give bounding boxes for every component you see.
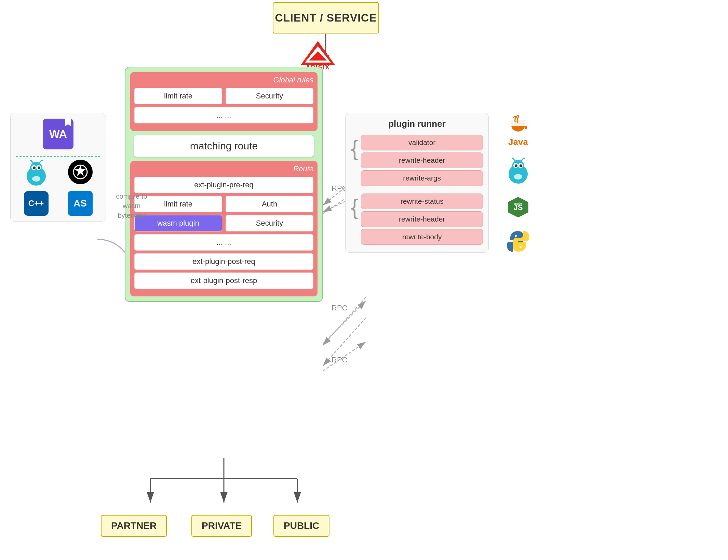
svg-text:RPC: RPC bbox=[332, 304, 348, 312]
plugin-runner-title: plugin runner bbox=[351, 119, 483, 129]
svg-point-31 bbox=[32, 176, 40, 182]
compile-label: compile towasmbytecode bbox=[109, 191, 154, 220]
rust-icon-wrapper bbox=[60, 160, 100, 187]
svg-point-45 bbox=[520, 164, 522, 167]
svg-line-13 bbox=[323, 342, 366, 371]
go-icon-wrapper bbox=[16, 160, 56, 187]
right-logos: Java JS bbox=[506, 113, 530, 253]
svg-point-57 bbox=[520, 246, 522, 248]
route-plugin-row-2: limit rate Auth bbox=[134, 196, 313, 212]
wa-box: WA bbox=[43, 119, 73, 149]
python-logo bbox=[506, 229, 530, 253]
dashed-separator bbox=[16, 156, 100, 157]
plugin-rewrite-status: rewrite-status bbox=[361, 194, 483, 209]
go-logo-right bbox=[506, 158, 530, 185]
svg-line-17 bbox=[323, 297, 366, 345]
r-dots-box: ... ... bbox=[134, 234, 313, 251]
plugin-rewrite-args: rewrite-args bbox=[361, 170, 483, 186]
nodejs-logo: JS node bbox=[506, 195, 530, 219]
go-gopher-icon bbox=[24, 160, 49, 187]
group-1-plugins: validator rewrite-header rewrite-args bbox=[361, 135, 483, 188]
matching-route-box: matching route bbox=[134, 135, 314, 157]
route-plugin-row-6: ext-plugin-post-resp bbox=[134, 272, 313, 289]
bracket-left-2: { bbox=[351, 196, 358, 218]
global-rules-box: Global rules limit rate Security ... ... bbox=[130, 72, 318, 131]
plugin-rewrite-header-2: rewrite-header bbox=[361, 211, 483, 227]
group-2-plugins: rewrite-status rewrite-header rewrite-bo… bbox=[361, 194, 483, 247]
plugin-runner-group-1: { validator rewrite-header rewrite-args bbox=[351, 135, 483, 188]
partner-box: PARTNER bbox=[101, 515, 167, 537]
public-box: PUBLIC bbox=[273, 515, 329, 537]
diagram-container: RPC RPC RPC CLIENT / SERVICE APIS bbox=[0, 0, 728, 560]
gr-dots-box: ... ... bbox=[134, 107, 313, 123]
java-icon bbox=[508, 113, 528, 137]
left-panel: WA bbox=[10, 113, 106, 222]
plugin-rewrite-header-1: rewrite-header bbox=[361, 152, 483, 168]
global-rules-label: Global rules bbox=[134, 76, 313, 84]
go-gopher-right-icon bbox=[506, 158, 530, 185]
route-plugin-row-5: ext-plugin-post-req bbox=[134, 253, 313, 270]
plugin-runner-container: plugin runner { validator rewrite-header… bbox=[345, 113, 489, 253]
cpp-icon-wrapper: C++ bbox=[16, 191, 56, 216]
ext-post-resp-box: ext-plugin-post-resp bbox=[134, 272, 313, 289]
as-icon: AS bbox=[68, 191, 93, 216]
wa-notch bbox=[65, 119, 71, 126]
svg-point-28 bbox=[38, 166, 40, 169]
bracket-left-1: { bbox=[351, 137, 358, 159]
apisix-logo-svg: APISIX bbox=[291, 39, 345, 70]
icon-grid: C++ AS bbox=[16, 160, 100, 216]
client-service-box: CLIENT / SERVICE bbox=[273, 2, 379, 34]
route-label: Route bbox=[134, 164, 313, 173]
svg-point-27 bbox=[33, 166, 36, 169]
route-plugin-row-3: wasm plugin Security bbox=[134, 215, 313, 231]
r-auth-box: Auth bbox=[226, 196, 313, 212]
python-icon bbox=[506, 229, 530, 253]
svg-line-18 bbox=[323, 318, 366, 366]
plugin-rewrite-body: rewrite-body bbox=[361, 229, 483, 245]
route-plugin-row-1: ext-plugin-pre-req bbox=[134, 177, 313, 193]
wa-box-wrapper: WA bbox=[16, 119, 100, 153]
as-icon-wrapper: AS bbox=[60, 191, 100, 216]
apisix-main-container: Global rules limit rate Security ... ...… bbox=[125, 67, 323, 302]
ext-pre-req-box: ext-plugin-pre-req bbox=[134, 177, 313, 193]
svg-rect-39 bbox=[525, 126, 527, 129]
svg-text:node: node bbox=[514, 201, 522, 205]
gr-security-box: Security bbox=[226, 88, 313, 104]
route-plugin-row-4: ... ... bbox=[134, 234, 313, 251]
route-box: Route ext-plugin-pre-req limit rate Auth bbox=[130, 161, 318, 296]
arrows-svg: RPC RPC RPC bbox=[0, 0, 728, 560]
private-box: PRIVATE bbox=[191, 515, 252, 537]
svg-point-48 bbox=[514, 174, 522, 179]
svg-text:RPC: RPC bbox=[332, 356, 348, 364]
cpp-icon: C++ bbox=[24, 191, 49, 216]
rust-icon bbox=[68, 160, 93, 184]
wa-label: WA bbox=[49, 128, 67, 141]
java-text: Java bbox=[508, 137, 528, 147]
group-spacer bbox=[351, 188, 483, 194]
r-security-box: Security bbox=[226, 215, 313, 231]
ext-post-req-box: ext-plugin-post-req bbox=[134, 253, 313, 270]
gr-limit-rate-box: limit rate bbox=[134, 88, 222, 104]
nodejs-icon: JS node bbox=[506, 195, 530, 219]
java-logo: Java bbox=[506, 113, 530, 147]
global-rules-plugin-row-2: ... ... bbox=[134, 107, 313, 123]
plugin-validator: validator bbox=[361, 135, 483, 150]
plugin-runner-group-2: { rewrite-status rewrite-header rewrite-… bbox=[351, 194, 483, 247]
svg-point-44 bbox=[515, 164, 517, 167]
compile-label-text: compile towasmbytecode bbox=[116, 192, 147, 219]
svg-line-11 bbox=[323, 301, 366, 344]
svg-point-56 bbox=[515, 235, 517, 237]
client-service-label: CLIENT / SERVICE bbox=[275, 12, 377, 24]
global-rules-plugin-row-1: limit rate Security bbox=[134, 88, 313, 104]
